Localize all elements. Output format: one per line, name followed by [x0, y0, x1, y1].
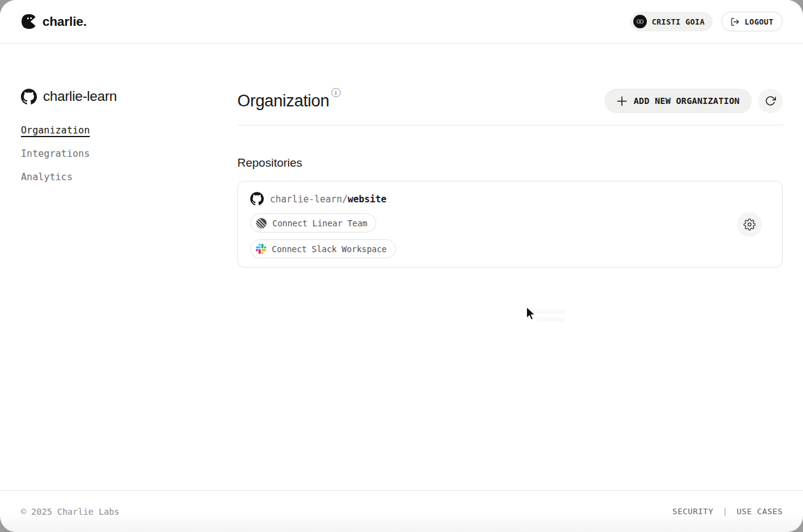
repositories-title: Repositories	[237, 156, 783, 170]
main-header: Organization i ADD NEW ORGANIZATION	[237, 89, 783, 113]
slack-icon	[256, 244, 266, 254]
app-window: charlie. CRISTI GOIA	[0, 0, 803, 532]
connect-slack-label: Connect Slack Workspace	[272, 244, 387, 254]
linear-icon	[256, 218, 267, 229]
user-avatar	[633, 15, 647, 28]
repo-owner: charlie-learn/	[270, 194, 347, 205]
charlie-logo[interactable]: charlie.	[21, 14, 87, 30]
sidebar-nav: Organization Integrations Analytics	[21, 125, 237, 183]
footer-separator: |	[722, 507, 727, 516]
header-action-buttons: ADD NEW ORGANIZATION	[604, 89, 783, 113]
refresh-icon	[765, 95, 776, 106]
add-new-organization-label: ADD NEW ORGANIZATION	[633, 96, 740, 106]
user-name-label: CRISTI GOIA	[652, 17, 705, 26]
logout-icon	[730, 17, 740, 26]
plus-icon	[617, 96, 627, 106]
repository-card: charlie-learn/website	[237, 181, 783, 268]
sidebar: charlie-learn Organization Integrations …	[0, 44, 237, 490]
sidebar-item-organization[interactable]: Organization	[21, 125, 90, 136]
repo-name: website	[347, 194, 386, 205]
footer-link-security[interactable]: SECURITY	[673, 507, 714, 516]
charlie-logo-icon	[21, 14, 37, 30]
repo-full-name: charlie-learn/website	[270, 193, 387, 205]
section-divider	[237, 125, 783, 125]
page-footer: © 2025 Charlie Labs SECURITY | USE CASES	[0, 490, 803, 532]
page-content: charlie-learn Organization Integrations …	[0, 44, 803, 490]
logo-text: charlie.	[42, 14, 87, 29]
connect-linear-label: Connect Linear Team	[272, 218, 367, 228]
sidebar-item-integrations[interactable]: Integrations	[21, 148, 90, 159]
copyright-text: © 2025 Charlie Labs	[21, 507, 119, 517]
footer-link-use-cases[interactable]: USE CASES	[737, 507, 783, 516]
footer-links: SECURITY | USE CASES	[673, 507, 783, 516]
refresh-button[interactable]	[758, 89, 783, 113]
sidebar-org-name: charlie-learn	[43, 89, 117, 105]
page-title: Organization	[237, 92, 330, 111]
header-actions: CRISTI GOIA LOGOUT	[630, 12, 783, 31]
logout-label: LOGOUT	[745, 17, 773, 26]
sidebar-org-header: charlie-learn	[21, 89, 237, 105]
main-panel: Organization i ADD NEW ORGANIZATION	[237, 44, 803, 490]
sidebar-item-analytics[interactable]: Analytics	[21, 172, 73, 183]
github-icon	[250, 192, 264, 205]
repo-settings-button[interactable]	[737, 212, 762, 237]
info-icon[interactable]: i	[331, 88, 341, 97]
top-header: charlie. CRISTI GOIA	[0, 0, 803, 44]
add-new-organization-button[interactable]: ADD NEW ORGANIZATION	[604, 89, 752, 113]
logout-button[interactable]: LOGOUT	[721, 12, 783, 31]
connect-slack-workspace-button[interactable]: Connect Slack Workspace	[250, 239, 396, 258]
github-icon	[21, 89, 37, 105]
page-title-wrap: Organization i	[237, 92, 341, 111]
user-menu-button[interactable]: CRISTI GOIA	[630, 12, 713, 31]
gear-icon	[743, 218, 756, 231]
connect-linear-team-button[interactable]: Connect Linear Team	[250, 213, 376, 232]
repo-title-row: charlie-learn/website	[250, 191, 770, 206]
